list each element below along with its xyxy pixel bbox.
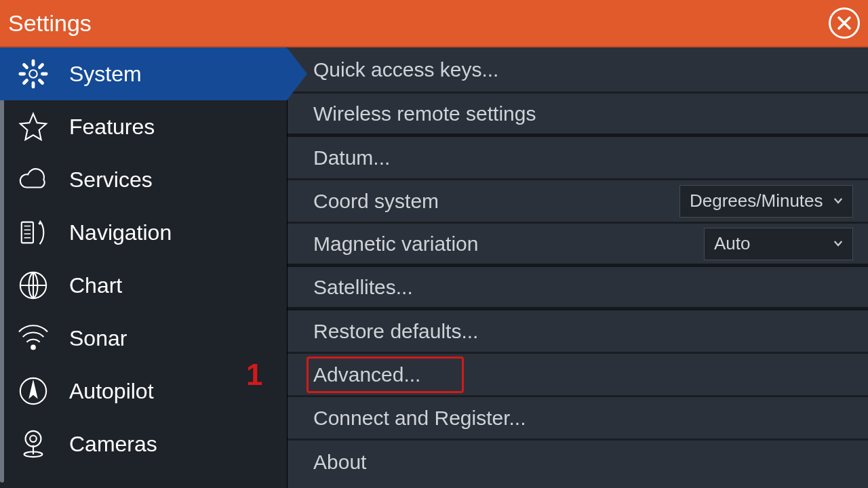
row-label: About (313, 451, 366, 474)
sidebar-item-chart[interactable]: Chart (0, 259, 287, 312)
row-coord-system: Coord system Degrees/Minutes (288, 180, 868, 224)
sidebar-item-system[interactable]: System (0, 47, 287, 100)
coord-system-select[interactable]: Degrees/Minutes (679, 185, 853, 218)
row-connect-register[interactable]: Connect and Register... (288, 397, 868, 441)
chevron-down-icon (832, 233, 844, 254)
sidebar-item-label: Cameras (69, 432, 157, 457)
row-magnetic-variation: Magnetic variation Auto (288, 224, 868, 267)
select-value: Auto (714, 233, 751, 254)
cloud-icon (15, 161, 52, 198)
annotation-number: 1 (246, 358, 262, 392)
camera-icon (15, 426, 52, 462)
row-label: Magnetic variation (313, 232, 478, 256)
row-label: Restore defaults... (313, 320, 478, 343)
star-icon (15, 108, 52, 145)
svg-point-0 (29, 70, 37, 78)
magnetic-variation-select[interactable]: Auto (704, 228, 853, 260)
row-datum[interactable]: Datum... (288, 137, 868, 180)
close-button[interactable] (829, 7, 860, 39)
svg-point-4 (31, 345, 36, 350)
sidebar-item-label: System (69, 62, 142, 87)
chevron-down-icon (832, 190, 844, 211)
sonar-icon (15, 320, 52, 357)
window-title: Settings (8, 10, 92, 37)
gear-icon (15, 56, 52, 92)
svg-rect-1 (22, 222, 33, 243)
svg-point-2 (39, 222, 41, 225)
sidebar-item-services[interactable]: Services (0, 153, 287, 206)
sidebar-item-features[interactable]: Features (0, 100, 287, 153)
sidebar-item-navigation[interactable]: Navigation (0, 206, 287, 259)
row-label: Connect and Register... (313, 407, 526, 430)
close-icon (836, 15, 852, 31)
row-about[interactable]: About (288, 441, 868, 484)
row-label: Satellites... (313, 276, 413, 299)
sidebar-item-cameras[interactable]: Cameras (0, 418, 287, 470)
row-advanced[interactable]: Advanced... 1 (288, 354, 868, 397)
svg-point-7 (26, 431, 41, 447)
settings-window: Settings System Features (0, 0, 868, 488)
row-quick-access-keys[interactable]: Quick access keys... (288, 47, 868, 94)
sidebar-item-label: Navigation (69, 220, 172, 245)
window-body: System Features Services Navigation (0, 47, 868, 488)
sidebar-item-label: Features (69, 115, 155, 140)
row-label: Wireless remote settings (313, 102, 536, 125)
sidebar-item-label: Sonar (69, 326, 127, 351)
sidebar-item-label: Services (69, 167, 153, 192)
select-value: Degrees/Minutes (690, 190, 823, 211)
globe-icon (15, 267, 52, 304)
row-label: Datum... (313, 146, 390, 169)
row-label: Advanced... (313, 363, 420, 386)
row-label: Quick access keys... (313, 58, 498, 81)
sidebar-item-sonar[interactable]: Sonar (0, 312, 287, 365)
navigation-icon (15, 214, 52, 251)
row-wireless-remote[interactable]: Wireless remote settings (288, 94, 868, 137)
row-label: Coord system (313, 190, 439, 213)
sidebar: System Features Services Navigation (0, 47, 288, 488)
svg-point-8 (30, 436, 37, 443)
autopilot-icon (15, 373, 52, 409)
row-restore-defaults[interactable]: Restore defaults... (288, 310, 868, 354)
row-satellites[interactable]: Satellites... (288, 267, 868, 310)
sidebar-item-label: Autopilot (69, 379, 154, 404)
sidebar-item-label: Chart (69, 273, 122, 298)
sidebar-item-autopilot[interactable]: Autopilot (0, 365, 287, 418)
titlebar: Settings (0, 0, 868, 47)
settings-panel: Quick access keys... Wireless remote set… (288, 47, 868, 488)
